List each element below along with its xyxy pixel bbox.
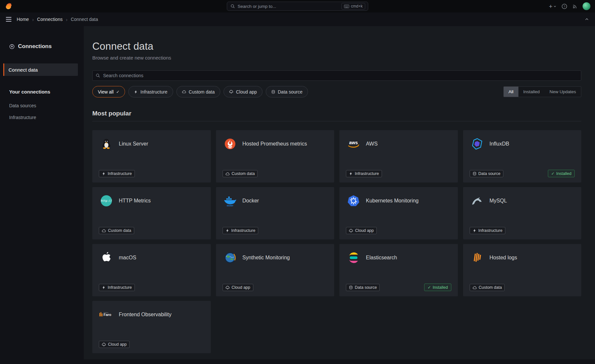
connection-card[interactable]: Elasticsearch Data source ✓ Installed [339, 244, 458, 296]
connection-card[interactable]: Kubernetes Monitoring Cloud app ✓ [339, 187, 458, 239]
card-title: Linux Server [119, 141, 148, 147]
category-tag-label: Data source [478, 171, 500, 176]
user-avatar[interactable] [583, 2, 590, 10]
connections-search-input[interactable] [92, 70, 581, 81]
svg-text:?: ? [564, 5, 565, 8]
connection-card[interactable]: aws AWS Infrastructure ✓ [339, 130, 458, 182]
add-menu-button[interactable]: + [549, 3, 556, 9]
loki-icon [470, 251, 485, 265]
installed-badge: ✓ Installed [424, 284, 451, 291]
category-tag: Cloud app [223, 284, 253, 291]
influxdb-icon [470, 137, 485, 151]
sidebar-title-label: Connections [18, 43, 52, 50]
sidebar-section-your-connections[interactable]: Your connections [9, 89, 84, 95]
top-search[interactable]: cmd+k [227, 2, 368, 11]
category-tag-label: Custom data [108, 228, 131, 233]
card-title: HTTP Metrics [119, 198, 151, 204]
connection-card[interactable]: docker Docker Infrastructure ✓ [216, 187, 334, 239]
sidebar-item-infrastructure[interactable]: Infrastructure [9, 115, 84, 120]
cloud-data-icon [225, 172, 230, 176]
category-tag-label: Cloud app [108, 342, 127, 347]
mysql-icon [470, 194, 485, 208]
cloud-app-icon [229, 90, 233, 94]
category-tag-label: Infrastructure [478, 228, 503, 233]
category-tag-label: Cloud app [355, 228, 374, 233]
connection-card[interactable]: macOS Infrastructure ✓ [92, 244, 211, 296]
bolt-icon [102, 286, 106, 289]
filter-chip-data-source[interactable]: Data source [266, 86, 308, 97]
card-title: Frontend Observability [119, 312, 171, 318]
help-button[interactable]: ? [562, 4, 567, 9]
view-all-label: View all [98, 89, 114, 95]
cloud-app-icon [102, 342, 106, 347]
chevron-down-icon [553, 5, 556, 8]
connection-card[interactable]: http:// HTTP Metrics Custom data ✓ [92, 187, 211, 239]
breadcrumb-home[interactable]: Home [17, 17, 29, 22]
category-tag: Infrastructure [470, 227, 506, 234]
sidebar-item-connect-data[interactable]: Connect data [3, 63, 78, 76]
filter-chip-infrastructure[interactable]: Infrastructure [128, 86, 173, 97]
grafana-logo-icon[interactable] [5, 2, 12, 10]
install-state-segmented-control: All Installed New Updates [503, 86, 581, 97]
cloud-app-icon [349, 229, 353, 233]
card-title: Elasticsearch [366, 255, 397, 261]
bolt-icon [473, 229, 477, 233]
svg-text:docker: docker [226, 204, 233, 207]
cloud-data-icon [182, 90, 186, 94]
faro-icon: GrafanaFaro [99, 307, 114, 322]
card-title: MySQL [490, 198, 507, 204]
rss-icon [572, 4, 577, 9]
news-button[interactable] [572, 4, 577, 9]
search-icon [96, 73, 100, 78]
category-tag-label: Infrastructure [355, 171, 379, 176]
connection-card[interactable]: InfluxDB Data source ✓ Installed [463, 130, 582, 182]
top-search-input[interactable] [238, 4, 341, 9]
category-tag-label: Infrastructure [108, 171, 132, 176]
segment-new-updates[interactable]: New Updates [545, 87, 581, 97]
breadcrumb-separator: › [66, 17, 67, 22]
database-icon [349, 286, 353, 289]
category-tag: Data source [470, 170, 503, 177]
bolt-icon [102, 172, 106, 176]
page-title: Connect data [92, 41, 581, 52]
sidebar-title-connections[interactable]: Connections [0, 43, 84, 50]
connection-card[interactable]: Hosted Prometheus metrics Custom data ✓ [216, 130, 334, 182]
collapse-header-button[interactable] [585, 17, 589, 22]
category-tag: Cloud app [99, 341, 130, 348]
connection-card[interactable]: Linux Server Infrastructure ✓ [92, 130, 211, 182]
card-title: InfluxDB [490, 141, 509, 147]
category-tag: Infrastructure [223, 227, 259, 234]
filter-chip-custom-data[interactable]: Custom data [176, 86, 220, 97]
breadcrumb-connections[interactable]: Connections [37, 17, 63, 22]
section-title-most-popular: Most popular [92, 110, 581, 117]
sidebar-item-data-sources[interactable]: Data sources [9, 103, 84, 108]
connection-card[interactable]: Synthetic Monitoring Cloud app ✓ [216, 244, 334, 296]
connection-card[interactable]: GrafanaFaro Frontend Observability Cloud… [92, 301, 211, 353]
filter-chip-cloud-app[interactable]: Cloud app [224, 86, 262, 97]
card-title: Hosted logs [490, 255, 517, 261]
card-title: AWS [366, 141, 378, 147]
segment-all[interactable]: All [504, 87, 518, 97]
menu-toggle-icon[interactable] [6, 17, 11, 22]
connection-card[interactable]: MySQL Infrastructure ✓ [463, 187, 582, 239]
chevron-up-icon [585, 17, 589, 22]
breadcrumb-bar: Home › Connections › Connect data [0, 12, 595, 26]
view-all-filter-button[interactable]: View all ✓ [92, 86, 125, 97]
category-tag-label: Data source [355, 285, 377, 290]
apple-icon [99, 251, 114, 265]
connection-card[interactable]: Hosted logs Custom data ✓ [463, 244, 582, 296]
bolt-icon [225, 229, 229, 233]
installed-badge: ✓ Installed [548, 170, 575, 177]
segment-installed[interactable]: Installed [518, 87, 545, 97]
bolt-icon [349, 172, 353, 176]
installed-badge-label: Installed [433, 285, 448, 290]
category-tag-label: Custom data [232, 171, 255, 176]
database-icon [271, 90, 275, 94]
breadcrumb-current: Connect data [71, 17, 98, 22]
category-tag-label: Infrastructure [108, 285, 132, 290]
section-divider [92, 121, 581, 121]
svg-text:aws: aws [349, 140, 358, 145]
category-tag: Cloud app [346, 227, 377, 234]
sidebar: Connections Connect data Your connection… [0, 26, 84, 364]
page-subtitle: Browse and create new connections [92, 55, 581, 61]
